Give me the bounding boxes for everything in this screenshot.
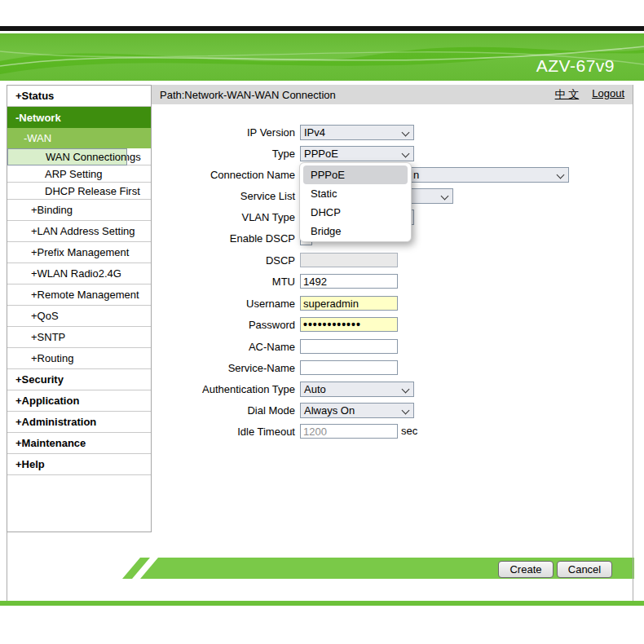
- sidebar-item-routing[interactable]: +Routing: [7, 348, 151, 369]
- password-label: Password: [152, 318, 295, 333]
- chevron-down-icon: [402, 407, 410, 415]
- sidebar-item-arp-setting[interactable]: ARP Setting: [7, 165, 151, 183]
- sidebar-item-status[interactable]: +Status: [7, 86, 151, 107]
- dial-mode-label: Dial Mode: [152, 404, 295, 418]
- ip-version-select[interactable]: IPv4: [300, 125, 414, 140]
- sidebar-item-network[interactable]: -Network: [7, 107, 151, 128]
- sidebar-item-application[interactable]: +Application: [7, 390, 151, 412]
- sidebar-item-wan[interactable]: -WAN: [7, 128, 151, 148]
- type-label: Type: [152, 147, 295, 161]
- sidebar-item-security[interactable]: +Security: [7, 369, 151, 390]
- dropdown-option-pppoe[interactable]: PPPoE: [303, 165, 408, 184]
- chevron-down-icon: [557, 171, 565, 179]
- dscp-input[interactable]: [300, 253, 398, 267]
- type-dropdown-popup: PPPoE Static DHCP Bridge: [299, 162, 412, 242]
- router-admin-page: AZV-67v9 Path:Network-WAN-WAN Connection…: [0, 0, 644, 644]
- top-black-bar: [0, 26, 644, 31]
- ac-name-label: AC-Name: [152, 340, 295, 355]
- sidebar-item-sntp[interactable]: +SNTP: [7, 327, 151, 348]
- idle-timeout-input[interactable]: [300, 424, 398, 439]
- footer-line: [0, 601, 644, 606]
- mtu-label: MTU: [152, 275, 295, 289]
- username-label: Username: [152, 297, 295, 311]
- sidebar-item-help[interactable]: +Help: [7, 454, 151, 475]
- sidebar-item-maintenance[interactable]: +Maintenance: [7, 433, 151, 454]
- chevron-down-icon: [441, 192, 449, 201]
- ac-name-input[interactable]: [300, 339, 398, 354]
- sidebar-item-remote-management[interactable]: +Remote Management: [7, 285, 151, 306]
- path-bar: Path:Network-WAN-WAN Connection 中 文 Logo…: [152, 85, 633, 104]
- sidebar-item-administration[interactable]: +Administration: [7, 412, 151, 433]
- dropdown-option-bridge[interactable]: Bridge: [300, 222, 411, 240]
- content-left-border: [7, 532, 7, 601]
- idle-timeout-label: Idle Timeout: [152, 425, 295, 439]
- enable-dscp-label: Enable DSCP: [152, 232, 295, 246]
- sidebar-item-dhcp-release-first[interactable]: DHCP Release First: [7, 183, 151, 200]
- dial-mode-select[interactable]: Always On: [300, 403, 414, 418]
- chevron-down-icon: [402, 129, 410, 137]
- create-button[interactable]: Create: [498, 561, 554, 578]
- breadcrumb: Path:Network-WAN-WAN Connection: [160, 89, 336, 101]
- product-title: AZV-67v9: [536, 56, 615, 76]
- password-input[interactable]: [300, 317, 398, 332]
- authentication-type-label: Authentication Type: [152, 382, 295, 397]
- sidebar-item-wlan-radio[interactable]: +WLAN Radio2.4G: [7, 263, 151, 285]
- chevron-down-icon: [402, 386, 410, 394]
- vlan-type-label: VLAN Type: [152, 210, 295, 225]
- mtu-input[interactable]: [300, 274, 398, 289]
- username-input[interactable]: [300, 296, 398, 311]
- service-name-label: Service-Name: [152, 361, 295, 376]
- type-select[interactable]: PPPoE: [300, 146, 414, 161]
- connection-name-label: Connection Name: [152, 168, 295, 183]
- ip-version-label: IP Version: [152, 126, 295, 140]
- service-list-label: Service List: [152, 189, 295, 204]
- dscp-label: DSCP: [152, 254, 295, 268]
- service-name-input[interactable]: [300, 360, 398, 375]
- dropdown-option-static[interactable]: Static: [300, 184, 411, 203]
- language-link[interactable]: 中 文: [555, 87, 580, 102]
- sidebar-item-lan-address-setting[interactable]: +LAN Address Setting: [7, 221, 151, 242]
- logout-link[interactable]: Logout: [592, 87, 624, 102]
- sidebar-item-binding[interactable]: +Binding: [7, 200, 151, 221]
- chevron-down-icon: [402, 150, 410, 158]
- cancel-button[interactable]: Cancel: [557, 561, 612, 578]
- sidebar: +Status -Network -WAN WAN Connection 4in…: [7, 85, 152, 532]
- sidebar-item-prefix-management[interactable]: +Prefix Management: [7, 242, 151, 263]
- idle-timeout-unit: sec: [401, 425, 417, 437]
- sidebar-item-wan-connection[interactable]: WAN Connection: [7, 148, 127, 165]
- dropdown-option-dhcp[interactable]: DHCP: [300, 203, 411, 222]
- authentication-type-select[interactable]: Auto: [300, 382, 414, 397]
- content-right-border: [633, 85, 633, 601]
- sidebar-item-qos[interactable]: +QoS: [7, 306, 151, 327]
- header-banner: AZV-67v9: [0, 33, 644, 81]
